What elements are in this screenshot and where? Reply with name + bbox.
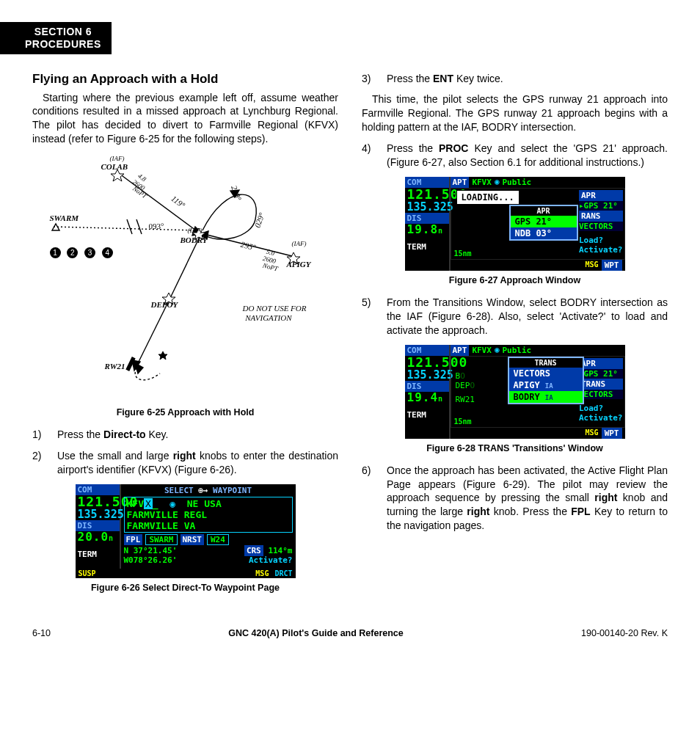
iaf-label-2: (IAF) bbox=[188, 227, 203, 234]
h093: 093° bbox=[149, 222, 164, 230]
circled-numbers: 1 2 3 4 bbox=[50, 247, 117, 258]
step-1: 1) Press the Direct-to Key. bbox=[32, 428, 338, 442]
donotuse-1: DO NOT USE FOR bbox=[243, 304, 307, 313]
subheading: Flying an Approach with a Hold bbox=[32, 72, 338, 87]
figure-6-28-screen: COM 121.500 135.325 DIS 19.4n TERM APT K… bbox=[405, 345, 625, 439]
donotuse-2: NAVIGATION bbox=[245, 313, 291, 322]
svg-line-0 bbox=[54, 227, 197, 230]
figure-6-26-caption: Figure 6-26 Select Direct-To Waypoint Pa… bbox=[32, 583, 338, 593]
section-number: SECTION 6 bbox=[25, 26, 101, 38]
circled-4: 4 bbox=[102, 247, 113, 258]
right-paragraph: This time, the pilot selects the GPS run… bbox=[362, 92, 668, 134]
swarm-label: SWARM bbox=[50, 214, 79, 222]
figure-6-25-diagram: (IAF) COLAB 4.8 2600 NoPT 119° 209° 029°… bbox=[50, 153, 321, 403]
iaf-label: (IAF) bbox=[110, 155, 125, 162]
colab-label: COLAB bbox=[101, 162, 128, 171]
section-tab: SECTION 6 PROCEDURES bbox=[0, 22, 112, 54]
svg-line-3 bbox=[171, 236, 200, 296]
step-6: 6) Once the approach has been activated,… bbox=[362, 464, 668, 533]
section-title: PROCEDURES bbox=[25, 38, 101, 51]
page-footer: 6-10 GNC 420(A) Pilot's Guide and Refere… bbox=[32, 628, 668, 638]
bodry-label: BODRY bbox=[181, 236, 208, 244]
doc-id: 190-00140-20 Rev. K bbox=[581, 628, 668, 638]
doc-title: GNC 420(A) Pilot's Guide and Reference bbox=[228, 628, 403, 638]
right-column: 3) Press the ENT Key twice. This time, t… bbox=[362, 72, 668, 603]
step-5: 5) From the Transitions Window, select B… bbox=[362, 296, 668, 338]
steps-1-2: 1) Press the Direct-to Key. 2) Use the s… bbox=[32, 428, 338, 477]
step-4: 4) Press the PROC Key and select the 'GP… bbox=[362, 142, 668, 169]
step-3: 3) Press the ENT Key twice. bbox=[362, 72, 668, 86]
depoy-label: DEPOY bbox=[151, 300, 178, 309]
figure-6-27-screen: COM 121.500 135.325 DIS 19.8n TERM APT K… bbox=[405, 177, 625, 271]
figure-6-26-screen: COM 121.500 135.325 DIS 20.0n TERM SELEC… bbox=[76, 484, 296, 578]
apigy-label: APIGY bbox=[287, 260, 311, 269]
page-number: 6-10 bbox=[32, 628, 51, 638]
left-column: Flying an Approach with a Hold Starting … bbox=[32, 72, 338, 603]
iaf-label-3: (IAF) bbox=[292, 240, 307, 247]
circled-3: 3 bbox=[84, 247, 95, 258]
rw21-label: RW21 bbox=[105, 362, 125, 371]
step-2: 2) Use the small and large right knobs t… bbox=[32, 449, 338, 477]
figure-6-27-caption: Figure 6-27 Approach Window bbox=[362, 275, 668, 285]
figure-6-25-caption: Figure 6-25 Approach with Hold bbox=[32, 407, 338, 417]
figure-6-28-caption: Figure 6-28 TRANS 'Transitions' Window bbox=[362, 443, 668, 453]
circled-1: 1 bbox=[50, 247, 61, 258]
intro-paragraph: Starting where the previous example left… bbox=[32, 91, 338, 147]
circled-2: 2 bbox=[67, 247, 78, 258]
